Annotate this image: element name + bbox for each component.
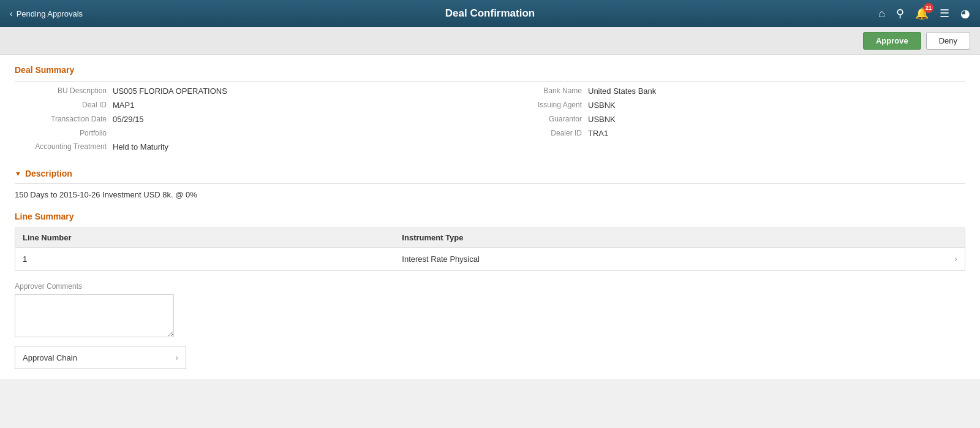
- field-accounting-treatment: Accounting Treatment Held to Maturity: [15, 142, 490, 151]
- col-line-number: Line Number: [15, 228, 394, 248]
- search-icon[interactable]: ⚲: [896, 7, 904, 20]
- guarantor-value: USBNK: [588, 115, 616, 124]
- deal-id-value: MAP1: [113, 101, 134, 110]
- line-summary-section: Line Summary Line Number Instrument Type…: [15, 212, 965, 271]
- bu-description-label: BU Description: [15, 86, 113, 95]
- approver-comments-label: Approver Comments: [15, 282, 965, 291]
- line-summary-table-container: Line Number Instrument Type 1 Interest R…: [15, 227, 965, 271]
- portfolio-label: Portfolio: [15, 129, 113, 137]
- description-text: 150 Days to 2015-10-26 Investment USD 8k…: [15, 189, 965, 205]
- transaction-date-label: Transaction Date: [15, 115, 113, 123]
- table-header-row: Line Number Instrument Type: [15, 228, 965, 248]
- approval-chain-chevron-icon: ›: [175, 353, 178, 362]
- main-content: Deal Summary BU Description US005 FLORID…: [0, 55, 980, 379]
- field-bank-name: Bank Name United States Bank: [490, 86, 965, 96]
- settings-icon[interactable]: ◕: [960, 7, 970, 20]
- back-label: Pending Approvals: [17, 9, 83, 18]
- accounting-treatment-label: Accounting Treatment: [15, 142, 113, 151]
- approval-chain-label: Approval Chain: [23, 353, 77, 362]
- menu-icon[interactable]: ☰: [940, 7, 949, 20]
- deal-summary-left: BU Description US005 FLORIDA OPERATIONS …: [15, 86, 490, 156]
- action-toolbar: Approve Deny: [0, 27, 980, 55]
- deal-summary-section: Deal Summary BU Description US005 FLORID…: [15, 65, 965, 162]
- approval-chain-section: Approval Chain ›: [15, 346, 965, 369]
- line-summary-table: Line Number Instrument Type 1 Interest R…: [15, 228, 965, 270]
- issuing-agent-label: Issuing Agent: [490, 101, 588, 109]
- deal-id-label: Deal ID: [15, 101, 113, 109]
- field-bu-description: BU Description US005 FLORIDA OPERATIONS: [15, 86, 490, 96]
- notification-badge: 21: [924, 3, 933, 13]
- deny-button[interactable]: Deny: [926, 32, 970, 50]
- field-guarantor: Guarantor USBNK: [490, 115, 965, 124]
- bank-name-value: United States Bank: [588, 86, 656, 96]
- bank-name-label: Bank Name: [490, 86, 588, 95]
- field-deal-id: Deal ID MAP1: [15, 101, 490, 110]
- accounting-treatment-value: Held to Maturity: [113, 142, 168, 151]
- approve-button[interactable]: Approve: [863, 32, 921, 50]
- deal-summary-right: Bank Name United States Bank Issuing Age…: [490, 86, 965, 156]
- approver-comments-input[interactable]: [15, 294, 174, 337]
- approval-chain-toggle[interactable]: Approval Chain ›: [15, 346, 186, 369]
- cell-line-number: 1: [15, 248, 394, 270]
- deal-summary-title: Deal Summary: [15, 65, 965, 75]
- row-chevron-icon: ›: [946, 248, 965, 270]
- line-summary-title: Line Summary: [15, 212, 965, 221]
- bu-description-value: US005 FLORIDA OPERATIONS: [113, 86, 227, 96]
- back-nav[interactable]: ‹ Pending Approvals: [10, 9, 83, 18]
- description-section: ▼ Description 150 Days to 2015-10-26 Inv…: [15, 169, 965, 205]
- dealer-id-label: Dealer ID: [490, 129, 588, 137]
- table-row[interactable]: 1 Interest Rate Physical ›: [15, 248, 965, 270]
- approver-comments-section: Approver Comments: [15, 282, 965, 337]
- dealer-id-value: TRA1: [588, 129, 608, 138]
- description-title: Description: [25, 169, 72, 178]
- deal-summary-grid: BU Description US005 FLORIDA OPERATIONS …: [15, 86, 965, 156]
- issuing-agent-value: USBNK: [588, 101, 616, 110]
- field-transaction-date: Transaction Date 05/29/15: [15, 115, 490, 124]
- home-icon[interactable]: ⌂: [878, 7, 885, 20]
- field-issuing-agent: Issuing Agent USBNK: [490, 101, 965, 110]
- field-portfolio: Portfolio: [15, 129, 490, 137]
- col-instrument-type: Instrument Type: [394, 228, 946, 248]
- cell-instrument-type: Interest Rate Physical: [394, 248, 946, 270]
- back-arrow-icon: ‹: [10, 9, 13, 18]
- transaction-date-value: 05/29/15: [113, 115, 144, 124]
- description-header: ▼ Description: [15, 169, 965, 178]
- header-actions: ⌂ ⚲ 🔔 21 ☰ ◕: [878, 7, 970, 20]
- collapse-icon[interactable]: ▼: [15, 170, 21, 177]
- page-title: Deal Confirmation: [445, 7, 535, 20]
- notifications-icon[interactable]: 🔔 21: [915, 7, 929, 20]
- field-dealer-id: Dealer ID TRA1: [490, 129, 965, 138]
- guarantor-label: Guarantor: [490, 115, 588, 123]
